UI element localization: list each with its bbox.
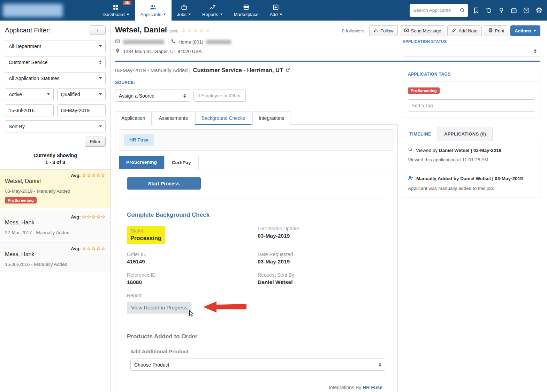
filter-button[interactable]: Filter: [85, 137, 106, 147]
provider-subtabs: ProScreening CertiPay: [119, 156, 394, 169]
star-icon: ☆: [91, 214, 96, 220]
applicant-list-item[interactable]: Avg: ☆☆☆☆☆ Mess, Hank 15-Jul-2016 - Manu…: [0, 243, 111, 272]
tab-applications[interactable]: APPLICATIONS (0): [438, 127, 493, 141]
hr-fuse-provider-button[interactable]: HR Fuse: [124, 134, 154, 146]
print-button[interactable]: Print: [484, 25, 509, 36]
start-process-button[interactable]: Start Process: [127, 177, 201, 190]
application-status-filter-select[interactable]: All Application Statuses: [5, 72, 106, 84]
avg-label: Avg:: [71, 246, 81, 251]
nav-marketplace-label: Marketplace: [234, 12, 259, 17]
date-to-input[interactable]: [57, 104, 106, 116]
followers-count: 0 followers: [342, 28, 365, 33]
divider: [127, 199, 386, 199]
star-icon: ☆: [82, 172, 87, 178]
status-value: Processing: [130, 235, 161, 241]
application-tags-title: APPLICATION TAGS: [403, 67, 540, 82]
follow-button[interactable]: Follow: [369, 25, 398, 36]
settings-gear-icon[interactable]: ⚙: [534, 6, 544, 15]
actions-button[interactable]: Actions: [510, 25, 540, 36]
applicant-added-date: 03-May-2019 - Manually Added: [5, 189, 106, 194]
background-check-title: Complete Background Check: [127, 212, 386, 218]
mouse-cursor-icon: [189, 310, 194, 318]
nav-dashboard[interactable]: 38 Dashboard: [97, 0, 135, 21]
subtab-certipay[interactable]: CertiPay: [164, 156, 199, 169]
star-icon: ☆: [96, 172, 101, 178]
chevron-down-icon: [99, 93, 102, 95]
applicant-list-item[interactable]: Avg: ☆☆☆☆☆ Mess, Hank 22-Mar-2017 - Manu…: [0, 211, 111, 240]
search-icon[interactable]: [459, 7, 465, 15]
active-filter-select[interactable]: Active: [5, 88, 54, 100]
calendar-icon[interactable]: [509, 6, 518, 15]
report-link-box: View Report in Progress: [127, 302, 191, 314]
star-icon: ☆: [101, 246, 106, 251]
timeline-action: Viewed by: [416, 148, 438, 153]
reports-icon: [209, 4, 216, 11]
applicant-filter-sidebar: Applicant Filter: ‹ All Department Custo…: [0, 21, 111, 392]
add-note-button[interactable]: Add Note: [447, 25, 481, 36]
applicant-name[interactable]: Mess, Hank: [5, 251, 106, 258]
reference-id-field: Reference ID 16080: [127, 272, 258, 285]
nav-marketplace[interactable]: Marketplace: [228, 0, 264, 21]
page: 38 Dashboard Applicants Jobs Reports Mar…: [0, 0, 547, 392]
rating-stars[interactable]: ☆☆☆☆☆: [181, 27, 211, 34]
add-tag-input[interactable]: [408, 99, 535, 112]
tab-application[interactable]: Application: [115, 111, 152, 125]
nav-reports[interactable]: Reports: [197, 0, 228, 21]
chevron-left-icon: ‹: [97, 27, 98, 33]
send-message-button[interactable]: Send Message: [400, 25, 446, 36]
chevron-down-icon: [220, 14, 223, 15]
tab-timeline[interactable]: TIMELINE: [403, 127, 438, 141]
assign-source-select[interactable]: Assign a Source: [115, 90, 190, 102]
last-status-update-value: 03-May-2019: [258, 233, 386, 239]
marketplace-icon: [243, 4, 250, 11]
view-report-link[interactable]: View Report in Progress: [131, 305, 187, 310]
external-link-icon[interactable]: [286, 67, 291, 74]
avg-rating-stars: ☆☆☆☆☆: [82, 172, 106, 178]
choose-product-select[interactable]: Choose Product: [130, 359, 385, 371]
actions-label: Actions: [515, 28, 531, 33]
chevron-down-icon: [127, 14, 129, 15]
avg-label: Avg:: [71, 214, 81, 220]
sub-department-select[interactable]: Customer Service: [5, 56, 106, 68]
hr-fuse-link[interactable]: HR Fuse: [363, 385, 382, 390]
applicant-name[interactable]: Mess, Hank: [5, 220, 106, 226]
edit-link[interactable]: (edit): [170, 29, 178, 33]
sub-department-select-value: Customer Service: [9, 60, 47, 65]
applicant-name[interactable]: Wetsel, Daniel: [5, 178, 106, 184]
request-sent-by-label: Request Sent By: [258, 272, 386, 278]
select-spinner-icon: [183, 94, 186, 98]
date-from-input[interactable]: [5, 104, 54, 116]
tab-background-checks[interactable]: Background Checks: [195, 111, 251, 125]
last-status-update-label: Last Status Update: [258, 226, 386, 231]
assign-source-value: Assign a Source: [119, 93, 154, 99]
application-status-select[interactable]: [403, 46, 540, 56]
star-icon: ☆: [91, 172, 96, 178]
timeline-panel: Viewed by Daniel Wetsel | 03-May-2019 Vi…: [403, 141, 540, 198]
nav-jobs[interactable]: Jobs: [172, 0, 197, 21]
section-divider: [115, 61, 540, 62]
proscreening-tag-badge[interactable]: ProScreening: [408, 87, 440, 94]
nav-add[interactable]: Add: [264, 0, 288, 21]
qualified-filter-select[interactable]: Qualified: [57, 88, 106, 100]
help-icon[interactable]: [522, 6, 531, 15]
applicant-list-item[interactable]: Avg: ☆☆☆☆☆ Wetsel, Daniel 03-May-2019 - …: [0, 169, 111, 208]
add-product-label: Add Additional Product: [130, 348, 386, 354]
bookmark-icon[interactable]: [472, 6, 481, 15]
follow-feed-icon: [373, 28, 378, 34]
history-icon[interactable]: [484, 6, 493, 15]
tab-assessments[interactable]: Assessments: [153, 111, 194, 125]
star-icon: ☆: [91, 246, 96, 251]
tab-integrations[interactable]: Integrations: [252, 111, 290, 125]
sort-by-value: Sort By: [9, 124, 25, 129]
department-select[interactable]: All Department: [5, 40, 106, 52]
lightbulb-icon[interactable]: [497, 6, 506, 15]
add-icon: [272, 4, 279, 11]
subtab-proscreening[interactable]: ProScreening: [119, 156, 164, 169]
nav-applicants[interactable]: Applicants: [135, 0, 172, 21]
sort-by-select[interactable]: Sort By: [5, 120, 106, 132]
last-status-update-field: Last Status Update 03-May-2019: [258, 226, 386, 244]
star-icon: ☆: [101, 214, 106, 220]
applicant-address: 1234 Main St. Draper, UT 84020 USA: [123, 49, 202, 54]
collapse-sidebar-button[interactable]: ‹: [90, 25, 106, 35]
employee-or-other-input[interactable]: [193, 90, 246, 102]
